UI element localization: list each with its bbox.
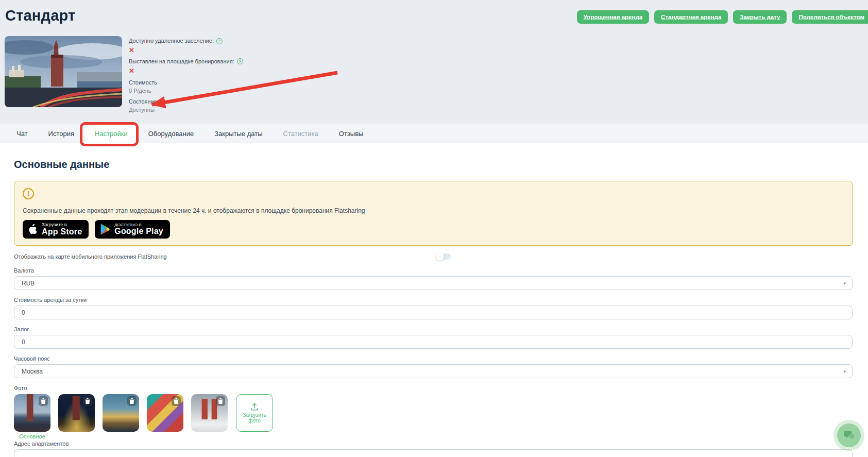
primary-photo-badge: Основное bbox=[14, 433, 50, 439]
address-label: Адрес апартаментов bbox=[14, 441, 853, 447]
delete-photo-button[interactable] bbox=[216, 396, 225, 406]
trash-icon bbox=[41, 398, 46, 404]
tab-bar: Чат История Настройки Оборудование Закры… bbox=[0, 124, 868, 143]
photo-thumbnail[interactable] bbox=[147, 394, 183, 432]
section-title: Основные данные bbox=[14, 159, 853, 171]
currency-value: RUB bbox=[22, 280, 35, 287]
upload-icon bbox=[250, 402, 259, 411]
property-summary: Доступно удаленное заселение: ? ✕ Выстав… bbox=[5, 36, 868, 113]
chat-widget-button[interactable] bbox=[837, 424, 861, 447]
standard-rent-button[interactable]: Стандартная аренда bbox=[654, 10, 728, 24]
help-icon[interactable]: ? bbox=[216, 38, 223, 44]
chevron-down-icon: ▾ bbox=[843, 281, 846, 286]
trash-icon bbox=[218, 398, 223, 404]
moderation-text: Сохраненные данные проходят этап модерац… bbox=[23, 207, 844, 214]
price-label: Стоимость bbox=[129, 79, 243, 86]
state-value: Доступны bbox=[129, 107, 243, 113]
simplified-rent-button[interactable]: Упрощенная аренда bbox=[577, 10, 649, 24]
currency-select[interactable]: RUB ▾ bbox=[14, 276, 853, 290]
delete-photo-button[interactable] bbox=[83, 396, 92, 406]
photos-label: Фото bbox=[14, 385, 853, 391]
share-object-button[interactable]: Поделиться объектом bbox=[792, 10, 868, 24]
map-toggle-label: Отображать на карте мобильного приложени… bbox=[14, 253, 167, 260]
cross-icon: ✕ bbox=[129, 67, 243, 75]
trash-icon bbox=[85, 398, 90, 404]
photo-thumbnail[interactable] bbox=[103, 394, 139, 432]
trash-icon bbox=[174, 398, 179, 404]
photo-thumbnail[interactable] bbox=[58, 394, 95, 432]
trash-icon bbox=[129, 398, 134, 404]
timezone-value: Москва bbox=[22, 368, 43, 375]
address-input[interactable] bbox=[14, 449, 853, 457]
photo-thumbnail[interactable] bbox=[191, 394, 228, 432]
delete-photo-button[interactable] bbox=[39, 396, 48, 406]
tab-settings[interactable]: Настройки bbox=[84, 124, 138, 143]
help-icon[interactable]: ? bbox=[237, 58, 243, 64]
listed-label: Выставлен на площадке бронирования: ? bbox=[129, 58, 243, 65]
apple-icon bbox=[28, 224, 38, 235]
timezone-label: Часовой пояс bbox=[14, 356, 853, 362]
google-play-title: Google Play bbox=[114, 227, 163, 236]
delete-photo-button[interactable] bbox=[127, 396, 137, 406]
header-actions: Упрощенная аренда Стандартная аренда Зак… bbox=[577, 10, 868, 24]
property-photo bbox=[5, 36, 122, 107]
upload-photo-button[interactable]: Загрузить фото bbox=[236, 394, 273, 432]
delete-photo-button[interactable] bbox=[172, 396, 181, 406]
tab-history[interactable]: История bbox=[38, 124, 84, 143]
tab-closed-dates[interactable]: Закрытые даты bbox=[204, 124, 273, 143]
map-toggle-switch[interactable] bbox=[437, 253, 451, 260]
remote-checkin-label: Доступно удаленное заселение: ? bbox=[129, 38, 243, 44]
tab-reviews[interactable]: Отзывы bbox=[329, 124, 374, 143]
state-label: Состояние bbox=[129, 98, 243, 105]
timezone-select[interactable]: Москва ▾ bbox=[14, 364, 853, 378]
upload-photo-label: Загрузить фото bbox=[240, 412, 269, 424]
currency-label: Валюта bbox=[14, 267, 853, 274]
settings-panel: Основные данные ! Сохраненные данные про… bbox=[0, 159, 868, 457]
daily-rate-label: Стоимость аренды за сутки bbox=[14, 297, 853, 303]
kremlin-photo-art bbox=[5, 36, 122, 107]
deposit-label: Залог bbox=[14, 326, 853, 332]
listed-text: Выставлен на площадке бронирования: bbox=[129, 58, 234, 65]
remote-checkin-text: Доступно удаленное заселение: bbox=[129, 38, 214, 44]
tab-statistics: Статистика bbox=[273, 124, 328, 143]
app-store-badge[interactable]: Загрузите в App Store bbox=[23, 220, 89, 239]
photo-thumbnail[interactable] bbox=[14, 394, 50, 432]
tab-equipment[interactable]: Оборудование bbox=[138, 124, 204, 143]
google-play-icon bbox=[100, 224, 110, 235]
app-store-title: App Store bbox=[42, 228, 82, 236]
cross-icon: ✕ bbox=[129, 46, 243, 55]
google-play-badge[interactable]: ДОСТУПНО В Google Play bbox=[95, 220, 170, 239]
warning-icon: ! bbox=[23, 188, 34, 199]
daily-rate-input[interactable] bbox=[14, 306, 853, 319]
page-header: Стандарт Упрощенная аренда Стандартная а… bbox=[0, 0, 868, 124]
store-badges: Загрузите в App Store ДОСТУПНО В Google … bbox=[23, 220, 844, 239]
photos-row: Основное Загрузить фото bbox=[14, 394, 853, 439]
switch-knob bbox=[436, 252, 444, 261]
price-value: 0 ₽/день bbox=[129, 88, 243, 94]
moderation-notice: ! Сохраненные данные проходят этап модер… bbox=[14, 181, 853, 246]
close-date-button[interactable]: Закрыть дату bbox=[733, 10, 787, 24]
tab-chat[interactable]: Чат bbox=[6, 124, 38, 143]
chevron-down-icon: ▾ bbox=[843, 369, 846, 374]
deposit-input[interactable] bbox=[14, 335, 853, 349]
chat-bubble-icon bbox=[843, 430, 855, 441]
